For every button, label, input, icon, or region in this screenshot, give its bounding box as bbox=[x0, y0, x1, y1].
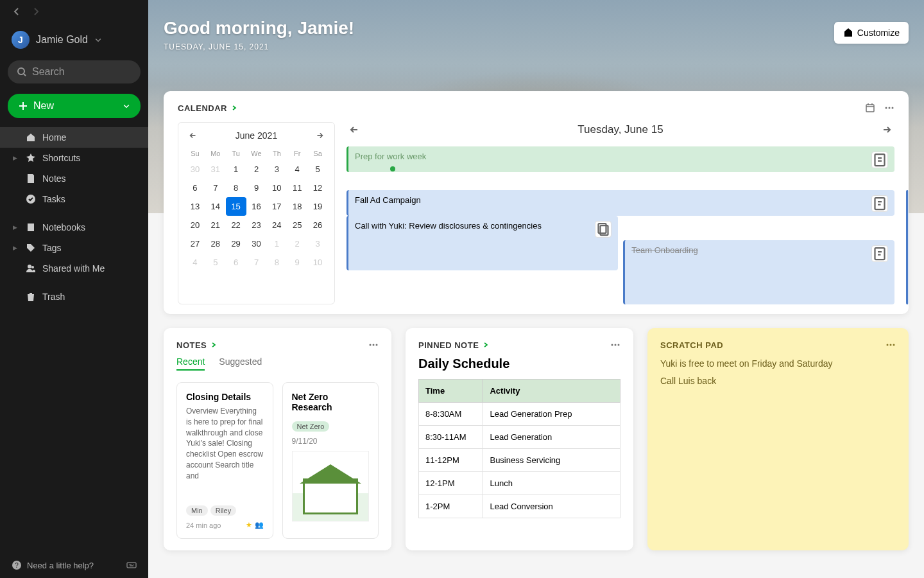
day-cell[interactable]: 5 bbox=[205, 253, 226, 272]
svg-point-10 bbox=[892, 107, 894, 109]
day-cell[interactable]: 11 bbox=[287, 179, 307, 197]
day-cell[interactable]: 31 bbox=[205, 160, 226, 179]
scratch-line: Call Luis back bbox=[660, 372, 896, 390]
new-button[interactable]: New bbox=[8, 94, 141, 118]
day-cell[interactable]: 12 bbox=[307, 179, 328, 197]
day-cell[interactable]: 3 bbox=[307, 234, 328, 253]
day-cell[interactable]: 9 bbox=[287, 253, 307, 272]
day-cell[interactable]: 1 bbox=[226, 160, 246, 179]
day-cell[interactable]: 14 bbox=[205, 197, 226, 216]
help-icon: ? bbox=[12, 560, 22, 570]
calendar-title-text: CALENDAR bbox=[178, 103, 227, 113]
day-cell[interactable]: 9 bbox=[246, 179, 267, 197]
day-cell[interactable]: 4 bbox=[185, 253, 205, 272]
calendar-title[interactable]: CALENDAR bbox=[178, 103, 237, 113]
day-title: Tuesday, June 15 bbox=[578, 123, 663, 136]
scratch-pad-widget: SCRATCH PAD Yuki is free to meet on Frid… bbox=[647, 328, 909, 550]
day-cell[interactable]: 1 bbox=[266, 234, 287, 253]
day-cell[interactable]: 18 bbox=[287, 197, 307, 216]
dow-label: Tu bbox=[226, 147, 246, 160]
next-month-button[interactable] bbox=[315, 130, 324, 141]
day-cell[interactable]: 3 bbox=[266, 160, 287, 179]
more-icon[interactable] bbox=[610, 340, 620, 350]
day-cell[interactable]: 26 bbox=[307, 216, 328, 234]
table-cell: 8-8:30AM bbox=[419, 403, 483, 426]
chevron-right-icon bbox=[210, 340, 217, 350]
day-cell[interactable]: 15 bbox=[226, 197, 246, 216]
day-cell[interactable]: 19 bbox=[307, 197, 328, 216]
forward-button[interactable] bbox=[31, 6, 41, 19]
nav-notebooks[interactable]: ▶Notebooks bbox=[0, 217, 148, 238]
day-cell[interactable]: 2 bbox=[287, 234, 307, 253]
note-link-icon[interactable] bbox=[871, 152, 888, 168]
note-link-icon[interactable] bbox=[871, 245, 888, 262]
day-cell[interactable]: 8 bbox=[226, 179, 246, 197]
scratch-content[interactable]: Yuki is free to meet on Friday and Satur… bbox=[660, 355, 896, 389]
tab-recent[interactable]: Recent bbox=[176, 356, 205, 371]
more-icon[interactable] bbox=[368, 340, 379, 350]
day-cell[interactable]: 22 bbox=[226, 216, 246, 234]
tab-suggested[interactable]: Suggested bbox=[219, 356, 262, 371]
pinned-title[interactable]: PINNED NOTE bbox=[418, 340, 489, 350]
event-title: Team Onboarding bbox=[631, 245, 697, 255]
search-icon bbox=[17, 67, 27, 77]
note-link-icon[interactable] bbox=[595, 221, 612, 238]
more-icon[interactable] bbox=[884, 103, 894, 113]
day-cell[interactable]: 5 bbox=[307, 160, 328, 179]
search-input[interactable]: Search bbox=[8, 60, 141, 83]
day-cell[interactable]: 28 bbox=[205, 234, 226, 253]
day-cell[interactable]: 6 bbox=[185, 179, 205, 197]
day-cell[interactable]: 7 bbox=[246, 253, 267, 272]
note-card-closing[interactable]: Closing Details Overview Everything is h… bbox=[176, 382, 273, 539]
customize-button[interactable]: Customize bbox=[834, 22, 909, 44]
day-cell[interactable]: 13 bbox=[185, 197, 205, 216]
day-cell[interactable]: 20 bbox=[185, 216, 205, 234]
day-cell[interactable]: 16 bbox=[246, 197, 267, 216]
nav-trash[interactable]: Trash bbox=[0, 286, 148, 307]
day-cell[interactable]: 23 bbox=[246, 216, 267, 234]
nav-shortcuts[interactable]: ▶Shortcuts bbox=[0, 148, 148, 168]
calendar-jump-icon[interactable] bbox=[865, 103, 875, 113]
next-day-button[interactable] bbox=[882, 125, 892, 135]
user-menu[interactable]: J Jamie Gold bbox=[0, 26, 148, 54]
notes-tabs: Recent Suggested bbox=[176, 356, 379, 371]
notes-title[interactable]: NOTES bbox=[176, 340, 217, 350]
prev-day-button[interactable] bbox=[349, 125, 359, 135]
day-cell[interactable]: 8 bbox=[266, 253, 287, 272]
day-cell[interactable]: 21 bbox=[205, 216, 226, 234]
event-onboarding[interactable]: Team Onboarding bbox=[623, 240, 894, 304]
day-cell[interactable]: 30 bbox=[185, 160, 205, 179]
event-sliver[interactable] bbox=[906, 190, 909, 304]
day-cell[interactable]: 10 bbox=[307, 253, 328, 272]
day-cell[interactable]: 2 bbox=[246, 160, 267, 179]
event-call-yuki[interactable]: Call with Yuki: Review disclosures & con… bbox=[346, 216, 618, 270]
day-cell[interactable]: 27 bbox=[185, 234, 205, 253]
content: CALENDAR June 2021 SuMoTuWeThFrSa3031123… bbox=[164, 91, 909, 578]
event-prep[interactable]: Prep for work week bbox=[346, 146, 894, 172]
note-link-icon[interactable] bbox=[871, 195, 888, 212]
day-cell[interactable]: 6 bbox=[226, 253, 246, 272]
day-cell[interactable]: 24 bbox=[266, 216, 287, 234]
day-cell[interactable]: 30 bbox=[246, 234, 267, 253]
keyboard-icon[interactable] bbox=[126, 560, 137, 570]
day-cell[interactable]: 25 bbox=[287, 216, 307, 234]
nav-home[interactable]: Home bbox=[0, 127, 148, 148]
month-label: June 2021 bbox=[235, 130, 277, 141]
event-fall-ad[interactable]: Fall Ad Campaign bbox=[346, 190, 894, 216]
nav-notes[interactable]: Notes bbox=[0, 168, 148, 189]
help-link[interactable]: ?Need a little help? bbox=[12, 560, 94, 570]
dow-label: Su bbox=[185, 147, 205, 160]
back-button[interactable] bbox=[12, 6, 22, 19]
day-cell[interactable]: 10 bbox=[266, 179, 287, 197]
nav-tags[interactable]: ▶Tags bbox=[0, 238, 148, 258]
day-cell[interactable]: 7 bbox=[205, 179, 226, 197]
day-cell[interactable]: 17 bbox=[266, 197, 287, 216]
more-icon[interactable] bbox=[886, 340, 896, 350]
nav-shared[interactable]: Shared with Me bbox=[0, 258, 148, 279]
nav-tasks[interactable]: Tasks bbox=[0, 189, 148, 209]
day-cell[interactable]: 29 bbox=[226, 234, 246, 253]
day-cell[interactable]: 4 bbox=[287, 160, 307, 179]
sidebar-footer: ?Need a little help? bbox=[0, 552, 148, 578]
prev-month-button[interactable] bbox=[189, 130, 198, 141]
note-card-netzero[interactable]: Net Zero Research Net Zero 9/11/20 bbox=[282, 382, 379, 539]
